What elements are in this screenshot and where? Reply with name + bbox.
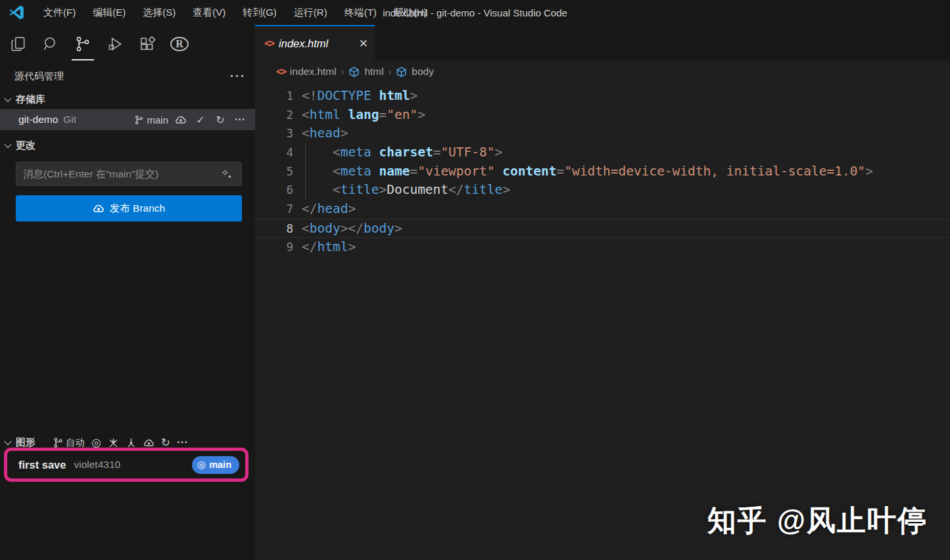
commit-check-icon[interactable]: ✓ bbox=[193, 112, 208, 127]
commit-message-input[interactable] bbox=[16, 162, 242, 186]
close-icon[interactable]: ✕ bbox=[359, 37, 368, 51]
code-line: 7</head> bbox=[255, 200, 950, 219]
code-content: <title>Document</title> bbox=[302, 181, 510, 200]
cloud-upload-icon bbox=[93, 202, 105, 214]
code-line: 8<body></body> bbox=[255, 219, 950, 238]
watermark: 知乎 @风止叶停 bbox=[707, 502, 928, 540]
chevron-down-icon bbox=[4, 141, 11, 148]
breadcrumb: <> index.html › html › body bbox=[255, 60, 950, 83]
breadcrumb-item-file[interactable]: index.html bbox=[290, 66, 337, 78]
breadcrumb-item-body[interactable]: body bbox=[412, 66, 434, 78]
code-content: <body></body> bbox=[302, 220, 402, 237]
graph-label: 图形 bbox=[16, 436, 36, 449]
section-changes[interactable]: 更改 bbox=[0, 135, 255, 155]
code-content: <meta name="viewport" content="width=dev… bbox=[302, 162, 873, 181]
code-content: <head> bbox=[302, 124, 348, 143]
title-bar: 文件(F)编辑(E)选择(S)查看(V)转到(G)运行(R)终端(T)帮助(H)… bbox=[0, 0, 950, 25]
chevron-down-icon bbox=[4, 438, 11, 445]
symbol-cube-icon bbox=[396, 65, 407, 79]
more-actions-icon[interactable]: ··· bbox=[230, 70, 246, 83]
branch-badge[interactable]: ◎ main bbox=[192, 456, 239, 474]
auto-branch-filter[interactable]: 自动 bbox=[53, 436, 85, 449]
auto-label: 自动 bbox=[66, 436, 85, 449]
activity-bar: R bbox=[0, 25, 255, 63]
commit-row[interactable]: first save violet4310 ◎ main bbox=[9, 452, 245, 477]
menu-item[interactable]: 查看(V) bbox=[184, 0, 234, 25]
fetch-icon[interactable] bbox=[108, 437, 119, 448]
code-line: 6 <title>Document</title> bbox=[255, 181, 950, 200]
branch-picker[interactable]: main bbox=[134, 114, 168, 126]
section-label: 更改 bbox=[16, 139, 36, 152]
publish-branch-button[interactable]: 发布 Branch bbox=[16, 195, 242, 222]
repo-name: git-demo bbox=[18, 114, 58, 126]
menu-item[interactable]: 运行(R) bbox=[285, 0, 336, 25]
code-content: </head> bbox=[302, 200, 356, 219]
section-repositories[interactable]: 存储库 bbox=[0, 89, 255, 109]
breadcrumb-separator: › bbox=[341, 66, 344, 77]
line-number: 4 bbox=[255, 143, 293, 162]
code-content: </html> bbox=[302, 238, 356, 257]
branch-name: main bbox=[147, 114, 168, 126]
code-content: <meta charset="UTF-8"> bbox=[302, 143, 502, 162]
tab-bar: <> index.html ✕ bbox=[255, 25, 950, 60]
html-file-icon: <> bbox=[276, 66, 285, 78]
menu-item[interactable]: 编辑(E) bbox=[84, 0, 134, 25]
code-editor[interactable]: 1<!DOCTYPE html>2<html lang="en">3<head>… bbox=[255, 83, 950, 560]
line-number: 8 bbox=[255, 220, 293, 237]
line-number: 2 bbox=[255, 106, 293, 125]
menu-item[interactable]: 文件(F) bbox=[35, 0, 84, 25]
run-debug-icon[interactable] bbox=[102, 30, 128, 58]
graph-more-icon[interactable]: ··· bbox=[177, 436, 188, 449]
code-line: 5 <meta name="viewport" content="width=d… bbox=[255, 162, 950, 181]
git-branch-icon bbox=[134, 115, 144, 125]
refresh-icon[interactable]: ↻ bbox=[161, 436, 170, 450]
git-branch-icon bbox=[53, 437, 64, 448]
tab-index-html[interactable]: <> index.html ✕ bbox=[255, 25, 375, 60]
menu-item[interactable]: 选择(S) bbox=[134, 0, 184, 25]
menu-item[interactable]: 终端(T) bbox=[336, 0, 385, 25]
line-number: 1 bbox=[255, 87, 293, 106]
target-icon: ◎ bbox=[197, 459, 206, 471]
repo-more-icon[interactable]: ··· bbox=[233, 112, 247, 127]
source-control-icon[interactable] bbox=[70, 30, 96, 58]
code-content: <html lang="en"> bbox=[302, 106, 425, 125]
commit-message: first save bbox=[18, 459, 66, 471]
section-label: 存储库 bbox=[16, 93, 45, 106]
sparkle-icon[interactable]: ✧✦ bbox=[221, 167, 234, 179]
publish-icon[interactable] bbox=[174, 112, 188, 127]
search-icon[interactable] bbox=[37, 30, 64, 58]
view-header: 源代码管理 ··· bbox=[0, 63, 255, 89]
pull-icon[interactable] bbox=[126, 437, 137, 448]
section-graph: 图形 自动 ◎ ↻ ··· bbox=[0, 432, 255, 452]
editor-panel: <> index.html ✕ <> index.html › html › b… bbox=[255, 25, 950, 560]
repo-provider: Git bbox=[63, 114, 76, 126]
line-number: 7 bbox=[255, 200, 293, 219]
sidebar-panel: R 源代码管理 ··· 存储库 git-demo Git main ✓ bbox=[0, 25, 255, 560]
code-line: 2<html lang="en"> bbox=[255, 106, 950, 125]
line-number: 3 bbox=[255, 124, 293, 143]
line-number: 5 bbox=[255, 162, 293, 181]
r-extension-icon[interactable]: R bbox=[166, 30, 193, 58]
line-number: 9 bbox=[255, 238, 293, 257]
push-cloud-icon[interactable] bbox=[143, 437, 154, 448]
vscode-logo-icon bbox=[9, 5, 24, 20]
symbol-cube-icon bbox=[348, 65, 360, 79]
menu-bar: 文件(F)编辑(E)选择(S)查看(V)转到(G)运行(R)终端(T)帮助(H) bbox=[35, 0, 436, 25]
menu-item[interactable]: 帮助(H) bbox=[385, 0, 436, 25]
extensions-icon[interactable] bbox=[134, 30, 160, 58]
explorer-icon[interactable] bbox=[5, 30, 32, 58]
breadcrumb-item-html[interactable]: html bbox=[364, 66, 383, 78]
r-glyph: R bbox=[170, 37, 189, 51]
target-icon[interactable]: ◎ bbox=[91, 436, 101, 450]
code-line: 4 <meta charset="UTF-8"> bbox=[255, 143, 950, 162]
badge-label: main bbox=[209, 459, 231, 470]
tab-label: index.html bbox=[279, 37, 354, 50]
code-line: 1<!DOCTYPE html> bbox=[255, 87, 950, 106]
code-line: 3<head> bbox=[255, 124, 950, 143]
menu-item[interactable]: 转到(G) bbox=[234, 0, 285, 25]
repo-row[interactable]: git-demo Git main ✓ ↻ ··· bbox=[0, 109, 255, 130]
publish-branch-label: 发布 Branch bbox=[110, 202, 165, 216]
view-title: 源代码管理 bbox=[14, 70, 64, 83]
html-file-icon: <> bbox=[264, 37, 273, 49]
refresh-icon[interactable]: ↻ bbox=[213, 112, 227, 127]
